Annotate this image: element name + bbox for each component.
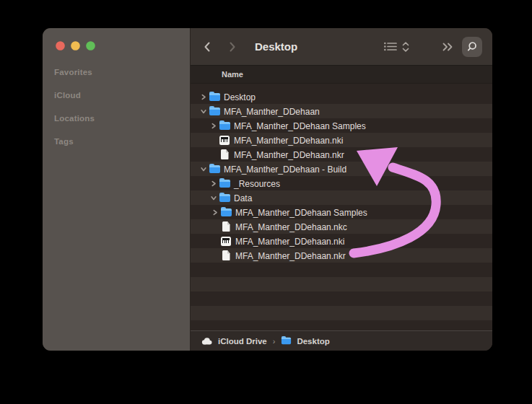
disclosure-chevron-icon[interactable] <box>191 267 198 273</box>
path-bar: iCloud Drive › Desktop <box>191 330 492 351</box>
document-icon <box>222 250 230 260</box>
sidebar: Favorites iCloud Locations Tags <box>43 28 191 351</box>
file-row[interactable]: MFA_Manther_DDehaan.nkc <box>191 219 492 234</box>
disclosure-chevron-icon[interactable] <box>212 209 219 216</box>
file-name: MFA_Manther_DDehaan - Build <box>224 164 346 175</box>
file-name: MFA_Manther_DDehaan.nki <box>235 236 344 247</box>
cloud-icon <box>201 337 213 346</box>
file-icon <box>199 293 211 304</box>
column-header-name[interactable]: Name <box>191 66 492 84</box>
sidebar-section-header[interactable]: iCloud <box>43 84 190 107</box>
sidebar-section-label: Favorites <box>54 68 92 76</box>
column-header-label: Name <box>222 70 243 79</box>
file-icon <box>219 149 230 160</box>
disclosure-chevron-icon[interactable] <box>212 224 219 230</box>
file-icon <box>219 134 230 146</box>
file-row[interactable]: _Resources <box>191 176 492 190</box>
file-name: MFA_Manther_DDehaan Samples <box>234 120 366 131</box>
folder-icon <box>209 165 220 173</box>
file-list: Desktop MFA_Manther_DDehaan <box>191 84 492 330</box>
sidebar-section-label: Locations <box>54 114 95 123</box>
file-name: Desktop <box>224 92 256 102</box>
file-name: MFA_Manther_DDehaan.nkr <box>234 149 344 160</box>
disclosure-chevron-icon[interactable] <box>212 252 219 259</box>
disclosure-chevron-icon[interactable] <box>210 180 217 187</box>
sidebar-section-header[interactable]: Locations <box>43 107 190 130</box>
file-row[interactable]: MFA_Manther_DDehaan Samples <box>191 118 492 133</box>
file-row[interactable]: Data <box>191 190 492 205</box>
document-icon <box>222 221 230 232</box>
file-row[interactable]: MFA_Manther_DDehaan.nkr <box>191 147 492 162</box>
close-button[interactable] <box>56 41 65 50</box>
double-chevron-right-icon <box>442 43 453 51</box>
file-row[interactable]: Desktop <box>191 89 492 104</box>
file-icon <box>199 307 211 319</box>
file-name: _Resources <box>234 178 280 189</box>
file-row[interactable]: MFA_Manther_DDehaan.nki <box>191 234 492 248</box>
file-name: MFA_Manther_DDehaan <box>224 106 320 117</box>
forward-button[interactable] <box>226 40 239 54</box>
sort-selector-button[interactable] <box>402 42 409 52</box>
file-icon <box>220 235 232 247</box>
folder-icon <box>209 93 220 101</box>
disclosure-chevron-icon[interactable] <box>200 108 207 115</box>
sidebar-section-header[interactable]: Tags <box>43 130 190 153</box>
toolbar: Desktop <box>191 28 492 66</box>
file-row[interactable]: MFA_Manther_DDehaan.nki <box>191 133 492 147</box>
disclosure-chevron-icon[interactable] <box>210 123 217 129</box>
back-button[interactable] <box>201 40 214 54</box>
disclosure-chevron-icon[interactable] <box>212 238 219 245</box>
window-title: Desktop <box>255 40 297 53</box>
file-icon <box>209 105 220 117</box>
file-icon <box>220 250 232 261</box>
file-row[interactable] <box>191 263 492 277</box>
zoom-button[interactable] <box>86 41 95 50</box>
file-icon <box>199 322 211 330</box>
main-pane: Desktop <box>191 28 492 351</box>
magnifier-icon <box>466 41 478 53</box>
disclosure-chevron-icon[interactable] <box>210 152 217 158</box>
file-icon <box>199 278 211 290</box>
path-item-icloud-drive[interactable]: iCloud Drive <box>218 337 267 346</box>
disclosure-chevron-icon[interactable] <box>191 325 198 331</box>
list-view-button[interactable] <box>384 42 398 51</box>
disclosure-chevron-icon[interactable] <box>191 310 198 317</box>
document-icon <box>221 149 229 159</box>
sidebar-section-header[interactable]: Favorites <box>43 61 190 84</box>
toolbar-overflow-button[interactable] <box>442 43 453 51</box>
instrument-file-icon <box>219 136 230 145</box>
window-controls <box>56 41 95 50</box>
file-row[interactable]: MFA_Manther_DDehaan - Build <box>191 162 492 176</box>
instrument-file-icon <box>221 237 231 246</box>
disclosure-chevron-icon[interactable] <box>191 281 198 288</box>
disclosure-chevron-icon[interactable] <box>210 195 217 201</box>
disclosure-chevron-icon[interactable] <box>191 296 198 302</box>
file-row[interactable]: MFA_Manther_DDehaan.nkr <box>191 248 492 263</box>
file-row[interactable] <box>191 291 492 306</box>
file-icon <box>209 163 220 175</box>
minimize-button[interactable] <box>71 41 80 50</box>
file-name: MFA_Manther_DDehaan.nkc <box>235 221 347 232</box>
file-row[interactable]: MFA_Manther_DDehaan Samples <box>191 205 492 219</box>
sidebar-section-label: iCloud <box>54 91 81 100</box>
file-icon <box>220 221 232 232</box>
file-icon <box>219 177 230 189</box>
file-icon <box>199 264 211 276</box>
disclosure-chevron-icon[interactable] <box>200 166 207 172</box>
file-row[interactable] <box>191 320 492 330</box>
file-name: MFA_Manther_DDehaan.nki <box>234 135 343 146</box>
file-row[interactable] <box>191 306 492 320</box>
disclosure-chevron-icon[interactable] <box>210 137 217 144</box>
folder-icon <box>209 107 220 115</box>
list-view-icon <box>384 42 398 51</box>
search-button[interactable] <box>462 37 482 57</box>
screenshot-stage: Favorites iCloud Locations Tags <box>0 0 532 404</box>
file-row[interactable] <box>191 277 492 291</box>
file-icon <box>219 120 230 131</box>
file-icon <box>219 192 230 203</box>
chevron-left-icon <box>203 41 212 53</box>
disclosure-chevron-icon[interactable] <box>200 94 207 100</box>
path-separator: › <box>272 337 276 346</box>
file-row[interactable]: MFA_Manther_DDehaan <box>191 104 492 118</box>
path-item-desktop[interactable]: Desktop <box>297 337 329 346</box>
